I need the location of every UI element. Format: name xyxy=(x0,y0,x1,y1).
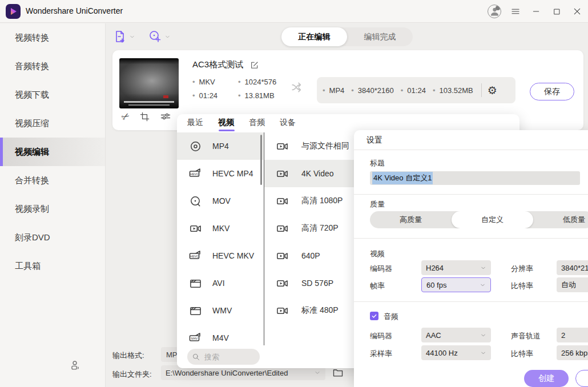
resolution-label: 640P xyxy=(301,251,320,260)
chevron-down-icon xyxy=(480,265,486,271)
disc-icon xyxy=(188,139,202,153)
format-label: WMV xyxy=(212,306,232,315)
minimize-button[interactable] xyxy=(530,5,542,18)
account-avatar[interactable] xyxy=(488,5,501,18)
tab-label: 设备 xyxy=(280,118,296,128)
format-item-hevc-mkv[interactable]: HEVC MKV xyxy=(177,242,263,269)
format-label: HEVC MP4 xyxy=(212,169,253,178)
format-item-wmv[interactable]: WMV xyxy=(177,297,263,324)
create-button[interactable]: 创建 xyxy=(524,370,569,387)
search-input[interactable] xyxy=(187,349,260,365)
hevc-badge-icon xyxy=(188,249,202,263)
audio-channel-select[interactable]: 2 xyxy=(557,328,588,342)
menu-icon[interactable] xyxy=(509,5,522,18)
sidebar-item-screen-record[interactable]: 视频录制 xyxy=(0,195,105,223)
resolution-label: SD 576P xyxy=(301,279,333,288)
video-bitrate-value: 自动 xyxy=(561,280,576,290)
add-disc-icon xyxy=(148,30,162,43)
format-item-hevc-mp4[interactable]: HEVC MP4 xyxy=(177,160,263,187)
create-label: 创建 xyxy=(538,373,554,384)
hevc-badge-icon xyxy=(188,167,202,180)
format-item-mov[interactable]: MOV xyxy=(177,187,263,215)
chevron-down-icon xyxy=(164,34,171,40)
audio-channel-label: 声音轨道 xyxy=(511,331,541,341)
sidebar-item-merge-convert[interactable]: 合并转换 xyxy=(0,166,105,195)
format-label: M4V xyxy=(212,333,229,342)
secondary-button[interactable] xyxy=(575,370,588,387)
popup-tab-video[interactable]: 视频 xyxy=(218,114,234,131)
maximize-button[interactable] xyxy=(550,5,563,18)
sidebar-item-label: 视频下载 xyxy=(15,90,49,100)
popup-tab-audio[interactable]: 音频 xyxy=(249,114,265,131)
format-item-mkv[interactable]: MKV xyxy=(177,215,263,242)
output-settings-gear-icon[interactable]: ⚙ xyxy=(488,85,497,96)
sidebar-item-toolbox[interactable]: 工具箱 xyxy=(0,252,105,280)
close-button[interactable] xyxy=(571,5,583,18)
browse-folder-icon[interactable] xyxy=(332,367,344,378)
audio-bitrate-select[interactable]: 256 kbps xyxy=(557,345,588,360)
app-logo-icon xyxy=(6,4,21,19)
video-camera-icon xyxy=(275,167,289,180)
effects-sliders-icon[interactable] xyxy=(160,111,171,122)
audio-encoder-value: AAC xyxy=(426,331,441,340)
chevron-down-icon xyxy=(129,34,135,40)
quality-option-custom[interactable]: 自定义 xyxy=(452,211,533,228)
sidebar-item-audio-convert[interactable]: 音频转换 xyxy=(0,52,105,80)
source-duration: 01:24 xyxy=(192,91,238,100)
sidebar-item-video-compress[interactable]: 视频压缩 xyxy=(0,109,105,138)
tab-label: 视频 xyxy=(218,118,234,128)
audio-samplerate-select[interactable]: 44100 Hz xyxy=(421,345,491,360)
popup-tab-device[interactable]: 设备 xyxy=(280,114,296,131)
sidebar-item-label: 工具箱 xyxy=(15,261,41,272)
preset-name-input[interactable]: 4K Video 自定义1 xyxy=(370,171,580,185)
format-list-scrollbar[interactable] xyxy=(260,135,262,185)
format-item-avi[interactable]: AVI xyxy=(177,269,263,297)
sidebar-item-burn-dvd[interactable]: 刻录DVD xyxy=(0,223,105,252)
video-resolution-select[interactable]: 3840*2160 xyxy=(557,260,588,275)
video-camera-icon xyxy=(275,139,289,153)
audio-enabled-checkbox[interactable] xyxy=(370,312,378,320)
sidebar-item-video-convert[interactable]: 视频转换 xyxy=(0,23,105,52)
add-disc-button[interactable] xyxy=(148,30,171,43)
tab-edit-finished[interactable]: 编辑完成 xyxy=(347,27,413,46)
format-item-mp4[interactable]: MP4 xyxy=(177,132,263,160)
tab-editing[interactable]: 正在编辑 xyxy=(281,27,347,46)
video-bitrate-select[interactable]: 自动 xyxy=(557,277,588,292)
quality-option-high[interactable]: 高质量 xyxy=(370,211,452,228)
video-encoder-select[interactable]: H264 xyxy=(421,260,491,275)
support-icon[interactable] xyxy=(69,359,81,372)
trim-icon[interactable]: ✂ xyxy=(120,110,132,123)
sidebar-item-video-download[interactable]: 视频下载 xyxy=(0,80,105,109)
save-button[interactable]: 保存 xyxy=(530,83,574,100)
resolution-label: 高清 720P xyxy=(301,223,339,233)
sidebar-item-label: 视频压缩 xyxy=(15,118,49,129)
video-framerate-label: 帧率 xyxy=(370,281,385,291)
rename-icon[interactable] xyxy=(250,61,259,70)
video-framerate-select[interactable]: 60 fps xyxy=(421,277,491,292)
video-camera-icon xyxy=(275,276,289,290)
account-badge-icon xyxy=(496,6,500,10)
sidebar-item-label: 视频编辑 xyxy=(15,147,49,158)
quality-option-label: 低质量 xyxy=(563,215,585,225)
crop-icon[interactable] xyxy=(139,111,150,122)
format-label: MOV xyxy=(212,196,231,205)
output-info-bar: MP4 3840*2160 01:24 103.52MB ⚙ xyxy=(317,77,515,103)
audio-bitrate-label: 比特率 xyxy=(511,349,533,359)
video-thumbnail[interactable] xyxy=(119,58,179,108)
audio-encoder-select[interactable]: AAC xyxy=(421,328,491,342)
video-camera-icon xyxy=(188,221,202,235)
quality-option-low[interactable]: 低质量 xyxy=(533,211,588,228)
resolution-label: 高清 1080P xyxy=(301,196,343,206)
m4v-badge-icon xyxy=(188,331,202,345)
add-file-button[interactable] xyxy=(113,30,135,43)
audio-section-label: 音频 xyxy=(384,312,398,322)
title-bar: Wondershare UniConverter xyxy=(0,0,588,23)
output-format: MP4 xyxy=(323,86,344,95)
sidebar-item-label: 视频录制 xyxy=(15,204,49,215)
convert-arrow-icon xyxy=(291,80,305,95)
add-file-icon xyxy=(113,30,127,43)
sidebar-item-video-edit[interactable]: 视频编辑 xyxy=(0,138,105,166)
film-icon xyxy=(188,276,202,290)
popup-tab-recent[interactable]: 最近 xyxy=(187,114,203,131)
format-item-m4v[interactable]: M4V xyxy=(177,324,263,345)
